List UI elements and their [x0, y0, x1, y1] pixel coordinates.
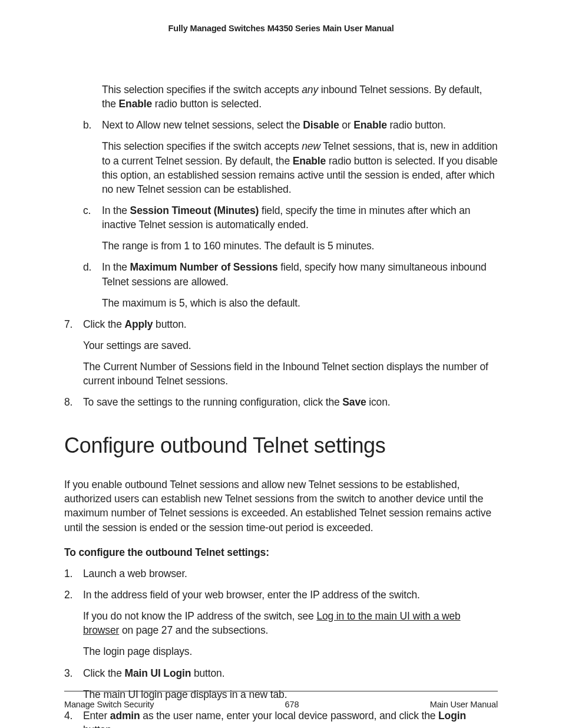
list-marker: c.: [83, 203, 91, 218]
text: button.: [153, 318, 186, 330]
bold-text: Maximum Number of Sessions: [130, 261, 278, 273]
list-item-c: c. In the Session Timeout (Minutes) fiel…: [83, 203, 498, 253]
sub-list: b. Next to Allow new telnet sessions, se…: [64, 118, 498, 310]
text: This selection specifies if the switch a…: [102, 140, 302, 152]
text: Click the: [83, 667, 124, 679]
list-marker: 3.: [64, 666, 72, 680]
procedure-heading: To configure the outbound Telnet setting…: [64, 545, 498, 559]
bold-text: Enable: [353, 119, 386, 131]
text: Next to Allow new telnet sessions, selec…: [102, 119, 303, 131]
bold-text: Enable: [293, 155, 326, 167]
bold-text: Disable: [303, 119, 339, 131]
list-item-4: 4. Enter admin as the user name, enter y…: [64, 709, 498, 728]
text: icon.: [366, 396, 391, 408]
list-marker: 1.: [64, 566, 72, 581]
list-item-8: 8. To save the settings to the running c…: [64, 395, 498, 409]
section-intro-paragraph: If you enable outbound Telnet sessions a…: [64, 477, 498, 535]
page-footer: Manage Switch Security 678 Main User Man…: [64, 691, 498, 709]
document-header: Fully Managed Switches M4350 Series Main…: [64, 22, 498, 34]
footer-right: Main User Manual: [430, 700, 498, 709]
paragraph: The Current Number of Sessions field in …: [83, 360, 498, 388]
footer-rule: [64, 691, 498, 691]
top-list: 7. Click the Apply button. Your settings…: [64, 317, 498, 410]
paragraph: Launch a web browser.: [83, 566, 498, 581]
footer-left: Manage Switch Security: [64, 700, 154, 709]
text: button.: [83, 724, 114, 728]
list-item-7: 7. Click the Apply button. Your settings…: [64, 317, 498, 388]
paragraph: In the Session Timeout (Minutes) field, …: [102, 203, 498, 232]
paragraph: The login page displays.: [83, 644, 498, 658]
list-marker: d.: [83, 260, 91, 274]
text: In the: [102, 261, 130, 273]
text: radio button.: [387, 119, 446, 131]
paragraph: The maximum is 5, which is also the defa…: [102, 296, 498, 310]
list-marker: 4.: [64, 709, 72, 723]
bold-text: Apply: [124, 318, 153, 330]
list-marker: 2.: [64, 588, 72, 602]
text: on page 27 and the subsections.: [119, 624, 268, 636]
paragraph: If you do not know the IP address of the…: [83, 609, 498, 637]
text: as the user name, enter your local devic…: [140, 710, 438, 722]
paragraph: Your settings are saved.: [83, 338, 498, 353]
footer-page-number: 678: [285, 700, 299, 709]
list-marker: 7.: [64, 317, 72, 331]
paragraph: The range is from 1 to 160 minutes. The …: [102, 239, 498, 253]
bold-text: Main UI Login: [124, 667, 191, 679]
text: If you do not know the IP address of the…: [83, 610, 316, 622]
list-marker: b.: [83, 118, 91, 132]
text: Click the: [83, 318, 124, 330]
list-item-1: 1. Launch a web browser.: [64, 566, 498, 581]
bold-text: Save: [342, 396, 366, 408]
text: In the: [102, 205, 130, 216]
text: radio button is selected.: [152, 98, 262, 110]
paragraph: In the Maximum Number of Sessions field,…: [102, 260, 498, 288]
list-item-b: b. Next to Allow new telnet sessions, se…: [83, 118, 498, 196]
text: or: [339, 119, 354, 131]
italic-text: any: [302, 84, 318, 95]
paragraph: To save the settings to the running conf…: [83, 395, 498, 409]
text: button.: [191, 667, 224, 679]
italic-text: new: [302, 140, 320, 152]
bold-text: Login: [438, 710, 466, 722]
text: This selection specifies if the switch a…: [102, 84, 302, 95]
bold-text: admin: [110, 710, 140, 722]
bold-text: Session Timeout (Minutes): [130, 205, 259, 216]
paragraph: Enter admin as the user name, enter your…: [83, 709, 498, 728]
section-heading: Configure outbound Telnet settings: [64, 431, 498, 460]
paragraph: Click the Apply button.: [83, 317, 498, 331]
paragraph: In the address field of your web browser…: [83, 588, 498, 602]
text: Enter: [83, 710, 110, 722]
bold-text: Enable: [119, 98, 152, 110]
continuation-paragraph: This selection specifies if the switch a…: [64, 83, 498, 111]
paragraph: Click the Main UI Login button.: [83, 666, 498, 680]
list-item-d: d. In the Maximum Number of Sessions fie…: [83, 260, 498, 309]
text: To save the settings to the running conf…: [83, 396, 342, 408]
list-item-2: 2. In the address field of your web brow…: [64, 588, 498, 659]
list-marker: 8.: [64, 395, 72, 409]
paragraph: This selection specifies if the switch a…: [102, 139, 498, 196]
paragraph: Next to Allow new telnet sessions, selec…: [102, 118, 498, 132]
